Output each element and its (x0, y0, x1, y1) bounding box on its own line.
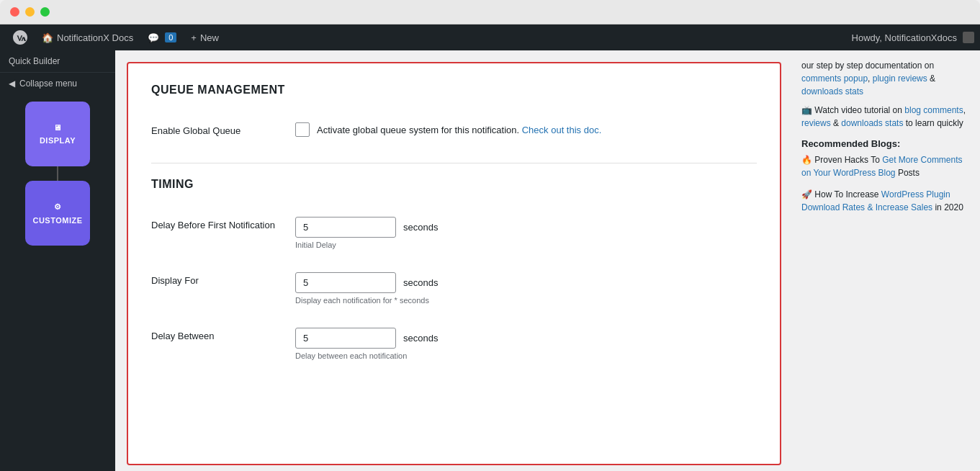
learn-text: to learn quickly (906, 118, 963, 128)
delay-before-first-suffix: seconds (403, 222, 438, 233)
display-for-input[interactable] (295, 272, 396, 293)
display-for-input-row: seconds (295, 272, 757, 293)
quick-builder-label: Quick Builder (0, 50, 115, 73)
blog-item-1-suffix: in 2020 (935, 202, 963, 212)
mac-window-chrome (0, 0, 980, 24)
delay-before-first-label: Delay Before First Notification (151, 217, 281, 230)
minimize-button[interactable] (25, 7, 35, 17)
delay-between-suffix: seconds (403, 333, 438, 344)
divider-1 (151, 163, 757, 163)
new-content-link[interactable]: + New (184, 24, 226, 50)
reviews-link[interactable]: reviews (801, 118, 831, 128)
comments-link[interactable]: 💬 0 (140, 24, 184, 50)
right-sidebar: our step by step documentation on commen… (793, 50, 980, 471)
home-link[interactable]: 🏠 NotificationX Docs (35, 24, 140, 50)
enable-global-queue-control: Activate global queue system for this no… (295, 122, 757, 137)
check-out-doc-link[interactable]: Check out this doc. (522, 125, 602, 135)
right-sidebar-intro: our step by step documentation on commen… (801, 59, 971, 98)
blog-item-0-prefix: Proven Hacks To (814, 155, 880, 165)
delay-between-input[interactable] (295, 328, 396, 349)
form-panel: QUEUE MANAGEMENT Enable Global Queue Act… (127, 62, 781, 465)
new-label: New (200, 32, 219, 43)
collapse-menu-label: Collapse menu (19, 78, 77, 89)
admin-bar-right: Howdy, NotificationXdocs (852, 32, 974, 43)
step-item-display: 🖥 DISPLAY (0, 102, 115, 166)
plus-icon: + (191, 32, 197, 43)
blog-item-0-suffix: Posts (898, 168, 920, 178)
user-avatar (963, 32, 974, 43)
blog-item-1-prefix: How To Increase (814, 189, 878, 199)
step-button-customize[interactable]: ⚙ CUSTOMIZE (25, 181, 90, 246)
comments-count: 0 (165, 32, 176, 42)
delay-before-first-control: seconds Initial Delay (295, 217, 757, 249)
delay-before-first-hint: Initial Delay (295, 241, 757, 249)
display-icon: 🖥 (53, 123, 62, 132)
wp-logo-link[interactable] (6, 24, 35, 50)
downloads-stats-link[interactable]: downloads stats (801, 86, 863, 97)
intro-text: our step by step documentation on (801, 60, 934, 71)
center-panel: QUEUE MANAGEMENT Enable Global Queue Act… (115, 50, 793, 471)
comments-popup-link[interactable]: comments popup (801, 73, 868, 84)
step-item-customize: ⚙ CUSTOMIZE (0, 181, 115, 246)
step-navigation: 🖥 DISPLAY ⚙ CUSTOMIZE (0, 94, 115, 253)
queue-management-title: QUEUE MANAGEMENT (151, 84, 757, 97)
blog-item-1-emoji: 🚀 (801, 189, 812, 199)
maximize-button[interactable] (40, 7, 50, 17)
right-sidebar-watch: 📺 Watch video tutorial on blog comments,… (801, 104, 971, 130)
enable-global-queue-row: Enable Global Queue Activate global queu… (151, 111, 757, 148)
display-for-label: Display For (151, 272, 281, 286)
display-for-control: seconds Display each notification for * … (295, 272, 757, 305)
plugin-reviews-link[interactable]: plugin reviews (873, 73, 927, 84)
display-for-suffix: seconds (403, 277, 438, 288)
display-for-hint: Display each notification for * seconds (295, 296, 757, 305)
wp-admin-bar: 🏠 NotificationX Docs 💬 0 + New Howdy, No… (0, 24, 980, 50)
checkbox-description: Activate global queue system for this no… (317, 125, 601, 135)
enable-global-queue-label: Enable Global Queue (151, 122, 281, 136)
delay-between-input-row: seconds (295, 328, 757, 349)
home-icon: 🏠 (42, 32, 53, 43)
main-content: QUEUE MANAGEMENT Enable Global Queue Act… (115, 50, 980, 471)
downloads-stats-2-link[interactable]: downloads stats (841, 118, 903, 128)
blog-item-0: 🔥 Proven Hacks To Get More Comments on Y… (801, 153, 971, 179)
customize-label: CUSTOMIZE (32, 216, 82, 225)
watch-text: Watch video tutorial on (814, 105, 902, 115)
customize-icon: ⚙ (54, 202, 62, 212)
delay-between-label: Delay Between (151, 328, 281, 341)
close-button[interactable] (10, 7, 19, 17)
timing-title: TIMING (151, 178, 757, 191)
blog-item-1: 🚀 How To Increase WordPress Plugin Downl… (801, 188, 971, 214)
delay-before-first-input-row: seconds (295, 217, 757, 238)
wp-layout: Quick Builder ◀ Collapse menu 🖥 DISPLAY … (0, 50, 980, 471)
checkbox-wrapper: Activate global queue system for this no… (295, 122, 757, 137)
step-button-display[interactable]: 🖥 DISPLAY (25, 102, 90, 166)
delay-between-control: seconds Delay between each notification (295, 328, 757, 360)
display-label: DISPLAY (40, 136, 76, 145)
howdy-text: Howdy, NotificationXdocs (852, 32, 957, 43)
delay-before-first-input[interactable] (295, 217, 396, 238)
site-name: NotificationX Docs (57, 32, 133, 43)
step-connector (57, 166, 58, 181)
wp-logo-icon (13, 30, 27, 45)
delay-between-row: Delay Between seconds Delay between each… (151, 316, 757, 372)
blog-comments-link[interactable]: blog comments (904, 105, 963, 115)
delay-before-first-row: Delay Before First Notification seconds … (151, 205, 757, 261)
queue-desc-text: Activate global queue system for this no… (317, 125, 519, 135)
display-for-row: Display For seconds Display each notific… (151, 261, 757, 316)
blog-item-0-emoji: 🔥 (801, 155, 812, 165)
delay-between-hint: Delay between each notification (295, 351, 757, 360)
sidebar: Quick Builder ◀ Collapse menu 🖥 DISPLAY … (0, 50, 115, 471)
enable-global-queue-checkbox[interactable] (295, 122, 310, 137)
recommended-blogs-title: Recommended Blogs: (801, 138, 971, 149)
collapse-menu-button[interactable]: ◀ Collapse menu (0, 73, 115, 94)
comment-icon: 💬 (148, 32, 159, 43)
collapse-arrow-icon: ◀ (9, 78, 15, 89)
